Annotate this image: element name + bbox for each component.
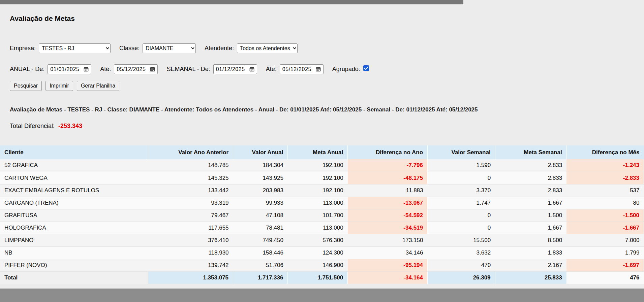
value-cell: 2.833 [495, 172, 566, 184]
value-cell: 203.983 [233, 184, 288, 197]
column-header: Cliente [0, 145, 148, 159]
total-value-cell: 1.751.500 [288, 271, 348, 284]
empresa-label: Empresa: [10, 45, 36, 52]
value-cell: 143.925 [233, 172, 288, 184]
client-cell: CARTON WEGA [0, 172, 148, 184]
table-row: HOLOGRAFICA117.65578.481113.000-34.51901… [0, 222, 644, 234]
imprimir-button[interactable]: Imprimir [45, 81, 73, 91]
value-cell: -1.243 [566, 159, 644, 172]
value-cell: 0 [428, 222, 495, 234]
semanal-ate-input[interactable]: 05/12/2025 [280, 64, 324, 74]
actions-row: Pesquisar Imprimir Gerar Planilha [10, 81, 634, 91]
value-cell: 0 [428, 209, 495, 222]
value-cell: 117.655 [148, 222, 233, 234]
value-cell: 1.500 [495, 209, 566, 222]
classe-group: Classe: DIAMANTE [119, 43, 196, 53]
total-value-cell: 1.717.336 [233, 271, 288, 284]
total-value-cell: 26.309 [428, 271, 495, 284]
value-cell: 124.300 [288, 246, 348, 259]
value-cell: 146.900 [288, 259, 348, 271]
value-cell: 113.000 [288, 222, 348, 234]
semanal-ate-value: 05/12/2025 [282, 66, 311, 72]
value-cell: 78.481 [233, 222, 288, 234]
value-cell: 99.933 [233, 197, 288, 209]
value-cell: 8.500 [495, 234, 566, 246]
column-header: Valor Ano Anterior [148, 145, 233, 159]
metas-table: ClienteValor Ano AnteriorValor AnualMeta… [0, 145, 644, 284]
value-cell: 101.700 [288, 209, 348, 222]
value-cell: 118.930 [148, 246, 233, 259]
client-cell: GRAFITUSA [0, 209, 148, 222]
classe-select[interactable]: DIAMANTE [143, 43, 196, 53]
value-cell: 537 [566, 184, 644, 197]
calendar-icon[interactable] [84, 67, 89, 72]
value-cell: 7.000 [566, 234, 644, 246]
value-cell: 47.108 [233, 209, 288, 222]
agrupado-checkbox[interactable] [363, 65, 369, 71]
anual-de-value: 01/01/2025 [50, 66, 79, 72]
total-diferencial-label: Total Diferencial: [10, 123, 55, 129]
semanal-de-input[interactable]: 01/12/2025 [213, 64, 257, 74]
value-cell: -1.500 [566, 209, 644, 222]
value-cell: -34.519 [348, 222, 428, 234]
value-cell: 3.632 [428, 246, 495, 259]
value-cell: 1.747 [428, 197, 495, 209]
total-diferencial-value: -253.343 [58, 123, 82, 129]
column-header: Meta Semanal [495, 145, 566, 159]
value-cell: -95.194 [348, 259, 428, 271]
pesquisar-button[interactable]: Pesquisar [10, 81, 42, 91]
value-cell: 133.442 [148, 184, 233, 197]
anual-de-input[interactable]: 01/01/2025 [48, 64, 91, 74]
total-value-cell: 25.833 [495, 271, 566, 284]
anual-ate-value: 05/12/2025 [117, 66, 146, 72]
classe-label: Classe: [119, 45, 140, 52]
calendar-icon[interactable] [150, 67, 155, 72]
value-cell: -1.697 [566, 259, 644, 271]
column-header: Valor Semanal [428, 145, 495, 159]
gerar-planilha-button[interactable]: Gerar Planilha [77, 81, 119, 91]
value-cell: 192.100 [288, 184, 348, 197]
total-value-cell: 1.353.075 [148, 271, 233, 284]
value-cell: 470 [428, 259, 495, 271]
value-cell: 113.000 [288, 197, 348, 209]
value-cell: -48.175 [348, 172, 428, 184]
anual-ate-input[interactable]: 05/12/2025 [114, 64, 158, 74]
report-summary: Avaliação de Metas - TESTES - RJ - Class… [10, 106, 634, 113]
total-value-cell: -34.164 [348, 271, 428, 284]
semanal-ate-group: Até: 05/12/2025 [266, 64, 324, 74]
value-cell: 1.590 [428, 159, 495, 172]
value-cell: 2.833 [495, 184, 566, 197]
value-cell: -1.667 [566, 222, 644, 234]
value-cell: 1.833 [495, 246, 566, 259]
column-header: Meta Anual [288, 145, 348, 159]
semanal-de-group: SEMANAL - De: 01/12/2025 [166, 64, 257, 74]
table-row: LIMPPANO376.410749.450576.300173.15015.5… [0, 234, 644, 246]
semanal-de-label: SEMANAL - De: [166, 66, 210, 73]
value-cell: 576.300 [288, 234, 348, 246]
empresa-select[interactable]: TESTES - RJ [39, 43, 111, 53]
atendente-select[interactable]: Todos os Atendentes [237, 43, 298, 53]
value-cell: 192.100 [288, 159, 348, 172]
value-cell: 34.146 [348, 246, 428, 259]
column-header: Diferença no Mês [566, 145, 644, 159]
anual-ate-label: Até: [100, 66, 111, 73]
value-cell: 1.667 [495, 197, 566, 209]
table-row: EXACT EMBALAGENS E ROTULOS133.442203.983… [0, 184, 644, 197]
value-cell: 79.467 [148, 209, 233, 222]
atendente-label: Atendente: [205, 45, 234, 52]
table-row: GARGANO (TRENA)93.31999.933113.000-13.06… [0, 197, 644, 209]
table-row: NB118.930158.446124.30034.1463.6321.8331… [0, 246, 644, 259]
anual-de-group: ANUAL - De: 01/01/2025 [10, 64, 91, 74]
bottom-bar [0, 289, 644, 302]
anual-ate-group: Até: 05/12/2025 [100, 64, 158, 74]
anual-de-label: ANUAL - De: [10, 66, 44, 73]
calendar-icon[interactable] [249, 67, 254, 72]
atendente-group: Atendente: Todos os Atendentes [205, 43, 298, 53]
total-value-cell: 476 [566, 271, 644, 284]
client-cell: 52 GRAFICA [0, 159, 148, 172]
calendar-icon[interactable] [316, 67, 321, 72]
semanal-ate-label: Até: [266, 66, 277, 73]
value-cell: 51.706 [233, 259, 288, 271]
value-cell: 93.319 [148, 197, 233, 209]
total-diferencial: Total Diferencial: -253.343 [10, 123, 634, 130]
